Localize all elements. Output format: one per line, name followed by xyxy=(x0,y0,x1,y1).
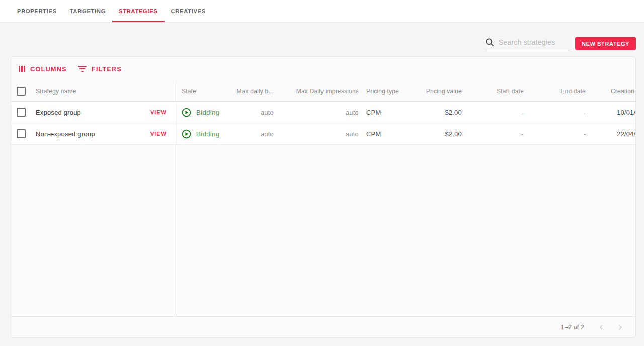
strategy-name: Exposed group xyxy=(36,109,81,116)
header-pricing-value[interactable]: Pricing value xyxy=(409,88,467,95)
header-max-daily-budget[interactable]: Max daily b... xyxy=(231,88,279,95)
table-header-row: Strategy name State Max daily b... Max D… xyxy=(11,81,635,102)
header-max-daily-impressions[interactable]: Max Daily impressions xyxy=(279,88,364,95)
tab-creatives[interactable]: CREATIVES xyxy=(165,0,212,22)
state-cell: Bidding xyxy=(177,108,231,117)
table-toolbar: COLUMNS FILTERS xyxy=(11,57,635,81)
table-row[interactable]: Non-exposed group VIEW Bidding auto auto… xyxy=(11,123,635,145)
header-start-date[interactable]: Start date xyxy=(467,88,529,95)
columns-icon xyxy=(19,66,25,72)
row-checkbox-cell xyxy=(11,108,31,117)
strategy-name-cell: Non-exposed group VIEW xyxy=(31,130,177,138)
columns-button-label: COLUMNS xyxy=(30,65,67,73)
start-date-cell: - xyxy=(467,130,529,138)
actions-row: NEW STRATEGY xyxy=(0,36,644,50)
play-state-icon xyxy=(182,129,191,139)
search-input[interactable] xyxy=(499,38,568,46)
columns-button[interactable]: COLUMNS xyxy=(19,65,67,73)
filters-button[interactable]: FILTERS xyxy=(78,65,122,73)
pricing-type-cell: CPM xyxy=(364,109,409,116)
pricing-value-cell: $2.00 xyxy=(409,109,467,116)
header-checkbox-cell xyxy=(11,86,31,96)
max-daily-impressions-cell: auto xyxy=(279,130,364,138)
chevron-left-icon xyxy=(598,324,604,330)
pricing-value-cell: $2.00 xyxy=(409,130,467,138)
pagination-range-label: 1–2 of 2 xyxy=(561,324,584,331)
creation-date-cell: 22/04/2 xyxy=(591,130,635,138)
strategies-panel: COLUMNS FILTERS Strategy name State Max … xyxy=(11,56,636,338)
play-state-icon xyxy=(182,108,191,117)
tab-properties[interactable]: PROPERTIES xyxy=(11,0,63,22)
max-daily-impressions-cell: auto xyxy=(279,109,364,116)
state-label: Bidding xyxy=(196,109,219,116)
max-daily-budget-cell: auto xyxy=(231,130,279,138)
chevron-right-icon xyxy=(617,324,623,330)
state-label: Bidding xyxy=(196,130,219,138)
end-date-cell: - xyxy=(529,109,591,116)
pagination-footer: 1–2 of 2 xyxy=(11,316,635,337)
table-row[interactable]: Exposed group VIEW Bidding auto auto CPM… xyxy=(11,102,635,123)
end-date-cell: - xyxy=(529,130,591,138)
row-checkbox[interactable] xyxy=(17,129,26,138)
new-strategy-button[interactable]: NEW STRATEGY xyxy=(575,37,636,50)
tab-strategies[interactable]: STRATEGIES xyxy=(112,0,164,22)
header-strategy-name[interactable]: Strategy name xyxy=(31,88,177,95)
search-icon xyxy=(485,37,495,47)
strategies-table: Strategy name State Max daily b... Max D… xyxy=(11,81,635,316)
view-link[interactable]: VIEW xyxy=(150,131,167,137)
filter-icon xyxy=(78,66,87,72)
strategy-name: Non-exposed group xyxy=(36,130,95,138)
header-end-date[interactable]: End date xyxy=(529,88,591,95)
header-state[interactable]: State xyxy=(177,88,231,95)
creation-date-cell: 10/01/2 xyxy=(591,109,635,116)
select-all-checkbox[interactable] xyxy=(17,86,26,96)
view-link[interactable]: VIEW xyxy=(150,109,167,115)
previous-page-button[interactable] xyxy=(595,321,607,333)
pricing-type-cell: CPM xyxy=(364,130,409,138)
filters-button-label: FILTERS xyxy=(92,65,122,73)
state-cell: Bidding xyxy=(177,129,231,139)
row-checkbox[interactable] xyxy=(17,108,26,117)
strategy-name-cell: Exposed group VIEW xyxy=(31,109,177,116)
search-box[interactable] xyxy=(485,37,569,50)
header-creation-date[interactable]: Creation xyxy=(591,88,635,95)
tab-targeting[interactable]: TARGETING xyxy=(63,0,112,22)
top-tab-bar: PROPERTIES TARGETING STRATEGIES CREATIVE… xyxy=(0,0,644,23)
row-checkbox-cell xyxy=(11,129,31,138)
next-page-button[interactable] xyxy=(614,321,626,333)
start-date-cell: - xyxy=(467,109,529,116)
max-daily-budget-cell: auto xyxy=(231,109,279,116)
header-pricing-type[interactable]: Pricing type xyxy=(364,88,409,95)
